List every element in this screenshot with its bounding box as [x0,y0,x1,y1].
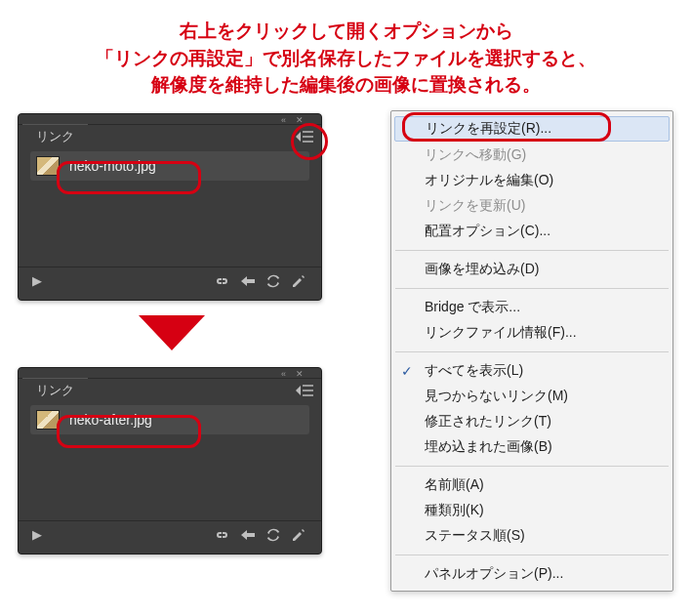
menu-item-show-missing[interactable]: 見つからないリンク(M) [391,384,672,409]
links-panel-after: « ✕ リンク neko-after.jpg ▶ [18,367,322,554]
menu-item-edit-original[interactable]: オリジナルを編集(O) [391,168,672,193]
caption-line: 「リンクの再設定」で別名保存したファイルを選択すると、 [0,45,692,72]
menu-separator [395,250,669,251]
panel-context-menu: リンクを再設定(R)... リンクへ移動(G) オリジナルを編集(O) リンクを… [390,110,673,592]
nav-next-icon[interactable]: ▶ [19,527,56,542]
panel-flyout-button[interactable] [292,126,317,147]
menu-item-goto-link[interactable]: リンクへ移動(G) [391,143,672,168]
edit-original-icon[interactable] [286,271,311,291]
menu-item-update-link[interactable]: リンクを更新(U) [391,193,672,219]
link-thumbnail [36,156,60,176]
panel-footer: ▶ [19,267,321,294]
link-filename: neko-moto.jpg [69,158,156,174]
panel-flyout-button[interactable] [292,380,317,401]
menu-item-embed-image[interactable]: 画像を埋め込み(D) [391,257,672,282]
instruction-caption: 右上をクリックして開くオプションから 「リンクの再設定」で別名保存したファイルを… [0,0,692,106]
menu-separator [395,351,669,352]
links-panel-before: « ✕ リンク neko-moto.jpg ▶ [18,113,322,301]
panel-footer: ▶ [19,520,321,548]
relink-icon[interactable] [210,271,235,291]
menu-separator [395,554,669,555]
link-row[interactable]: neko-after.jpg [30,405,309,434]
menu-item-sort-by-status[interactable]: ステータス順(S) [391,523,672,549]
menu-item-reveal-in-bridge[interactable]: Bridge で表示... [391,295,672,320]
link-thumbnail [36,410,60,430]
goto-link-icon[interactable] [235,525,261,545]
update-link-icon[interactable] [261,525,286,545]
caption-line: 解像度を維持した編集後の画像に置換される。 [0,71,692,99]
links-list: neko-after.jpg [19,401,321,434]
edit-original-icon[interactable] [286,525,311,545]
menu-item-show-modified[interactable]: 修正されたリンク(T) [391,409,672,434]
panel-titlebar: « ✕ [19,368,321,378]
down-arrow-icon [139,315,205,350]
nav-next-icon[interactable]: ▶ [19,273,56,288]
panel-tabbar: リンク [19,124,321,147]
menu-item-sort-by-name[interactable]: 名前順(A) [391,472,672,498]
panel-titlebar: « ✕ [19,114,321,124]
caption-line: 右上をクリックして開くオプションから [0,18,692,45]
menu-item-sort-by-kind[interactable]: 種類別(K) [391,498,672,523]
update-link-icon[interactable] [261,271,286,291]
link-row[interactable]: neko-moto.jpg [30,151,309,181]
menu-separator [395,466,669,467]
menu-item-show-all[interactable]: ✓ すべてを表示(L) [391,358,672,384]
link-filename: neko-after.jpg [69,412,152,428]
menu-item-relink[interactable]: リンクを再設定(R)... [394,116,670,142]
menu-item-label: すべてを表示(L) [425,362,523,380]
relink-icon[interactable] [210,525,235,545]
menu-separator [395,288,669,289]
menu-item-panel-options[interactable]: パネルオプション(P)... [391,561,672,587]
links-list: neko-moto.jpg [19,147,321,181]
checkmark-icon: ✓ [401,363,413,379]
menu-item-link-file-info[interactable]: リンクファイル情報(F)... [391,320,672,346]
tab-links[interactable]: リンク [22,378,88,403]
tab-links[interactable]: リンク [22,124,88,149]
goto-link-icon[interactable] [235,271,261,291]
panel-tabbar: リンク [19,378,321,401]
menu-item-place-options[interactable]: 配置オプション(C)... [391,219,672,244]
menu-item-show-embedded[interactable]: 埋め込まれた画像(B) [391,434,672,460]
